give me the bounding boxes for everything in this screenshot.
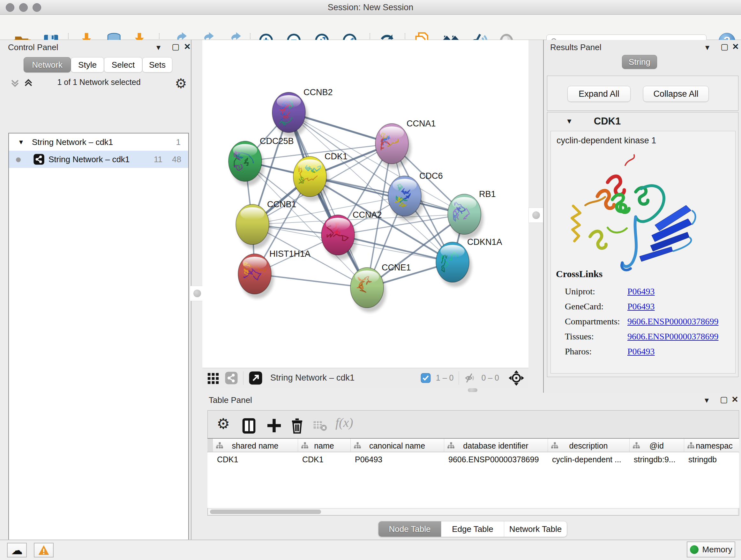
table-panel-collapse-icon[interactable]: ▾ bbox=[704, 396, 709, 404]
network-row[interactable]: String Network – cdk1 11 48 bbox=[9, 151, 188, 168]
section-collapse-arrow-icon[interactable]: ▼ bbox=[566, 117, 573, 125]
column-header-2[interactable]: canonical name bbox=[350, 439, 444, 452]
add-column-icon[interactable] bbox=[267, 418, 281, 433]
right-splitter-handle[interactable] bbox=[529, 207, 544, 223]
node-RB1[interactable]: RB1 bbox=[448, 189, 496, 239]
table-settings-gear-icon[interactable]: ⚙ bbox=[217, 415, 230, 432]
table-panel-float-icon[interactable]: ▢ bbox=[720, 395, 728, 403]
network-label: String Network – cdk1 bbox=[49, 154, 154, 165]
edge-CCNB2-CCNE1[interactable] bbox=[289, 112, 367, 288]
string-share-icon[interactable] bbox=[225, 371, 238, 385]
column-header-1[interactable]: name bbox=[298, 439, 351, 452]
crosslink-link[interactable]: 9606.ENSP00000378699 bbox=[627, 331, 718, 341]
node-label: CCNB1 bbox=[267, 199, 296, 209]
window-zoom-button[interactable] bbox=[32, 3, 41, 12]
cell-5[interactable]: stringdb:9... bbox=[629, 452, 688, 466]
control-panel-collapse-icon[interactable]: ▾ bbox=[156, 43, 160, 51]
table-row[interactable]: CDK1CDK1P064939606.ENSP00000378699cyclin… bbox=[207, 452, 739, 466]
crosslink-row-1: GeneCard:P06493 bbox=[565, 299, 731, 314]
column-header-6[interactable]: namespac bbox=[684, 439, 739, 452]
delete-column-trash-icon[interactable] bbox=[290, 418, 304, 434]
results-panel-float-icon[interactable]: ▢ bbox=[721, 43, 729, 51]
tab-string[interactable]: String bbox=[622, 55, 657, 69]
column-header-3[interactable]: database identifier bbox=[444, 439, 548, 452]
open-in-new-window-icon[interactable] bbox=[249, 371, 263, 385]
node-CDC6[interactable]: CDC6 bbox=[388, 171, 443, 221]
table-horizontal-scrollbar[interactable] bbox=[208, 508, 738, 515]
table-empty-area bbox=[207, 466, 739, 508]
results-actions-box: Expand All Collapse All bbox=[547, 76, 738, 111]
cloud-button[interactable]: ☁ bbox=[7, 543, 27, 557]
cell-4[interactable]: cyclin-dependent ... bbox=[548, 452, 634, 466]
table-panel-close-icon[interactable]: ✕ bbox=[731, 395, 738, 403]
collection-expand-arrow-icon[interactable]: ▼ bbox=[12, 138, 32, 146]
column-header-5[interactable]: @id bbox=[629, 439, 684, 452]
table-header-row: shared namenamecanonical namedatabase id… bbox=[207, 438, 739, 452]
column-header-4[interactable]: description bbox=[548, 439, 630, 452]
cell-3[interactable]: 9606.ENSP00000378699 bbox=[444, 452, 552, 466]
network-collection-row[interactable]: ▼ String Network – cdk1 1 bbox=[9, 133, 188, 151]
expand-all-button[interactable]: Expand All bbox=[567, 86, 630, 102]
tab-edge-table[interactable]: Edge Table bbox=[441, 521, 504, 537]
memory-label: Memory bbox=[702, 545, 732, 555]
toolbar-separator bbox=[459, 371, 459, 385]
node-CCNB1[interactable]: CCNB1 bbox=[236, 199, 296, 249]
cell-6[interactable]: stringdb bbox=[684, 452, 739, 466]
right-splitter[interactable] bbox=[529, 40, 543, 388]
tab-style[interactable]: Style bbox=[71, 57, 104, 72]
tab-select[interactable]: Select bbox=[104, 57, 142, 72]
network-list: ▼ String Network – cdk1 1 String Network… bbox=[8, 133, 189, 560]
crosslink-link[interactable]: P06493 bbox=[627, 347, 655, 357]
tab-sets[interactable]: Sets bbox=[142, 57, 172, 72]
edge-CDK1-RB1[interactable] bbox=[310, 177, 464, 214]
selected-count: 1 – 0 bbox=[436, 373, 454, 382]
column-header-0[interactable]: shared name bbox=[212, 439, 298, 452]
collection-count: 1 bbox=[176, 137, 185, 147]
node-CDKN1A[interactable]: CDKN1A bbox=[436, 237, 502, 287]
cell-2[interactable]: P06493 bbox=[350, 452, 448, 466]
crosslink-link[interactable]: P06493 bbox=[627, 287, 655, 297]
expand-all-networks-icon[interactable] bbox=[23, 78, 34, 90]
cell-1[interactable]: CDK1 bbox=[298, 452, 355, 466]
tab-network[interactable]: Network bbox=[23, 57, 71, 72]
window-close-button[interactable] bbox=[6, 3, 14, 12]
memory-button[interactable]: Memory bbox=[687, 542, 735, 557]
cell-0[interactable]: CDK1 bbox=[212, 452, 302, 466]
node-CCNB2[interactable]: CCNB2 bbox=[272, 87, 333, 137]
crosslink-link[interactable]: 9606.ENSP00000378699 bbox=[627, 316, 718, 327]
results-panel-collapse-icon[interactable]: ▾ bbox=[705, 43, 710, 51]
node-HIST1H1A[interactable]: HIST1H1A bbox=[238, 249, 311, 299]
warnings-button[interactable] bbox=[34, 543, 54, 557]
tab-network-table[interactable]: Network Table bbox=[504, 521, 567, 537]
scrollbar-thumb[interactable] bbox=[210, 509, 321, 514]
node-CCNA1[interactable]: CCNA1 bbox=[375, 119, 436, 168]
network-canvas[interactable]: CCNB2CCNA1CDC25BCDK1CDC6RB1CCNB1CCNA2CDK… bbox=[202, 40, 529, 368]
status-bar: ☁ Memory bbox=[0, 540, 741, 560]
crosslink-label: Compartments: bbox=[565, 316, 627, 327]
birds-eye-crosshair-icon[interactable] bbox=[509, 370, 524, 386]
horizontal-splitter-handle[interactable] bbox=[468, 388, 477, 392]
gene-section: ▼ CDK1 cyclin-dependent kinase 1 bbox=[547, 112, 738, 377]
window-minimize-button[interactable] bbox=[19, 3, 28, 12]
collapse-all-button[interactable]: Collapse All bbox=[643, 86, 709, 102]
table-columns-icon[interactable] bbox=[241, 418, 257, 434]
network-options-gear-icon[interactable]: ⚙ bbox=[175, 76, 187, 91]
hidden-eye-icon[interactable] bbox=[464, 372, 476, 384]
grid-view-icon[interactable] bbox=[207, 372, 219, 384]
cloud-icon: ☁ bbox=[11, 544, 23, 557]
network-node-count: 11 bbox=[154, 154, 172, 165]
collapse-all-networks-icon[interactable] bbox=[10, 78, 20, 90]
results-panel-close-icon[interactable]: ✕ bbox=[732, 43, 739, 51]
control-panel-float-icon[interactable]: ▢ bbox=[172, 43, 180, 51]
node-CDC25B[interactable]: CDC25B bbox=[228, 136, 294, 186]
crosslink-link[interactable]: P06493 bbox=[627, 301, 655, 312]
horizontal-splitter[interactable] bbox=[202, 388, 543, 393]
network-graph[interactable]: CCNB2CCNA1CDC25BCDK1CDC6RB1CCNB1CCNA2CDK… bbox=[202, 40, 529, 368]
selected-checkbox-icon[interactable] bbox=[421, 373, 431, 383]
node-CCNE1[interactable]: CCNE1 bbox=[350, 263, 411, 312]
gene-name: CDK1 bbox=[594, 116, 621, 127]
left-splitter[interactable] bbox=[192, 40, 202, 540]
tab-node-table[interactable]: Node Table bbox=[379, 521, 441, 537]
gene-section-header[interactable]: ▼ CDK1 bbox=[547, 112, 738, 130]
control-panel-close-icon[interactable]: ✕ bbox=[184, 43, 191, 51]
